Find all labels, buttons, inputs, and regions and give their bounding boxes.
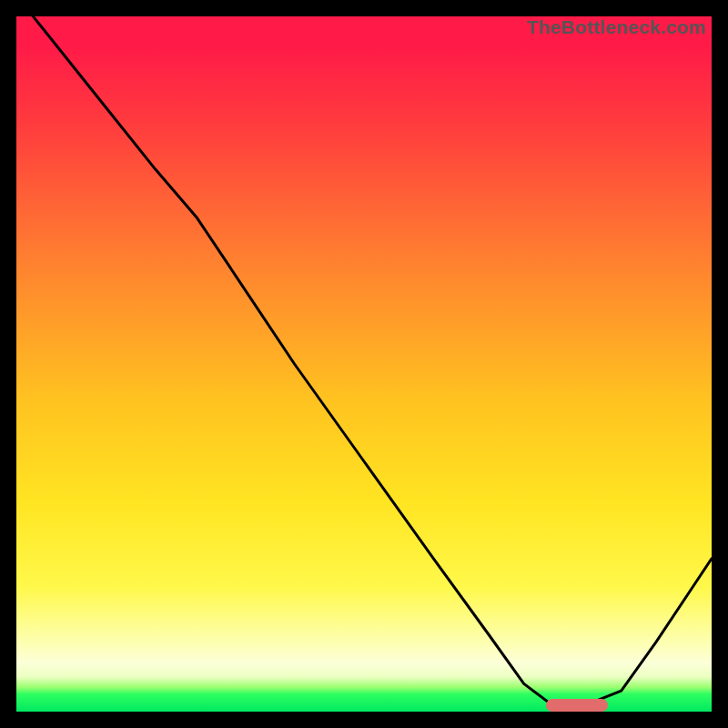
watermark-text: TheBottleneck.com — [527, 16, 706, 38]
bottleneck-curve — [16, 16, 712, 712]
curve-path — [16, 16, 712, 704]
plot-area: TheBottleneck.com — [16, 16, 712, 712]
chart-frame: TheBottleneck.com — [0, 0, 728, 728]
optimal-range-marker — [546, 699, 608, 712]
